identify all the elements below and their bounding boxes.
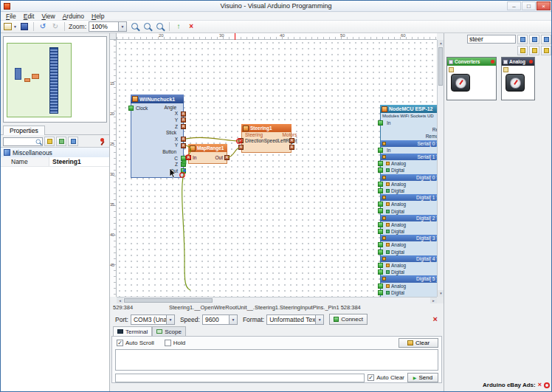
terminal-output[interactable] bbox=[115, 349, 438, 371]
upload-to-arduino-button[interactable]: ↑ bbox=[173, 21, 184, 32]
terminal-panel-tab[interactable]: Terminal bbox=[113, 326, 152, 336]
filter-button[interactable] bbox=[517, 35, 528, 44]
categorized-view-button[interactable] bbox=[68, 137, 78, 146]
highlighted-pin-marker bbox=[182, 160, 186, 164]
properties-grid: Miscellaneous Name Steering1 bbox=[1, 147, 109, 391]
scrollbar-thumb[interactable] bbox=[124, 298, 213, 303]
checkbox-checked[interactable]: ✓ bbox=[368, 374, 374, 381]
properties-search-input[interactable] bbox=[3, 137, 43, 146]
gauge-component-icon[interactable] bbox=[451, 74, 470, 92]
category-badge-icon bbox=[503, 67, 508, 72]
tab-label: Scope bbox=[165, 329, 182, 335]
port-label: Port: bbox=[115, 316, 128, 323]
undo-icon: ↺ bbox=[40, 23, 46, 30]
clear-button[interactable]: Clear bbox=[399, 338, 438, 348]
checkbox-checked[interactable]: ✓ bbox=[117, 340, 123, 346]
toolbox-category-header[interactable]: Analog bbox=[502, 58, 534, 66]
property-category-row[interactable]: Miscellaneous bbox=[1, 148, 109, 157]
properties-toolbar bbox=[1, 136, 109, 147]
toolbox-search-input[interactable] bbox=[467, 35, 516, 44]
checkbox-unchecked[interactable] bbox=[165, 340, 171, 346]
document-icon bbox=[4, 23, 12, 30]
main-toolbar: ▼ ↺ ↻ Zoom: 100% ▼ ↑ × bbox=[1, 21, 551, 33]
collapse-all-button[interactable] bbox=[56, 137, 66, 146]
close-ads-icon[interactable]: × bbox=[538, 382, 542, 388]
menu-item[interactable]: Help bbox=[88, 13, 108, 20]
wire-sticky-to-maprange-in[interactable] bbox=[186, 145, 190, 156]
zoom-in-button[interactable] bbox=[129, 21, 141, 32]
wire-stickx-to-direction[interactable] bbox=[186, 137, 239, 141]
port-combo[interactable]: COM3 (Unav ▼ bbox=[131, 314, 175, 325]
send-button[interactable]: ▶ Send bbox=[407, 373, 438, 382]
tab-properties[interactable]: Properties bbox=[3, 125, 45, 135]
toolbox-category-header[interactable]: Converters bbox=[447, 58, 496, 66]
save-button[interactable] bbox=[18, 21, 30, 32]
format-combo[interactable]: Unformatted Text ▼ bbox=[266, 314, 324, 325]
view-list-button[interactable] bbox=[529, 46, 539, 55]
menu-item[interactable]: Arduino bbox=[59, 13, 88, 20]
wires-layer bbox=[117, 40, 437, 297]
pin-dot-icon bbox=[491, 60, 494, 63]
toolbox-options-button[interactable] bbox=[541, 35, 551, 44]
toolbox-category-body bbox=[447, 66, 496, 100]
minimap-steering bbox=[32, 74, 39, 79]
send-input[interactable] bbox=[115, 374, 365, 382]
open-project-button[interactable]: ▼ bbox=[3, 21, 18, 32]
minimize-button[interactable]: – bbox=[507, 1, 521, 10]
terminal-panel: ✓ Auto Scroll Hold Clear ✓ Auto Clear bbox=[111, 336, 442, 383]
design-canvas[interactable]: WiiNunchuck1 Clock Angle X Y Z Stick X bbox=[117, 40, 437, 297]
canvas-vertical-scrollbar[interactable]: ▲ ▼ bbox=[437, 40, 444, 297]
titlebar[interactable]: Visuino - Visual Arduino Programming – □… bbox=[1, 1, 551, 12]
gauge-component-icon[interactable] bbox=[506, 74, 525, 92]
undo-button[interactable]: ↺ bbox=[37, 21, 49, 32]
menu-item[interactable]: Edit bbox=[20, 13, 38, 20]
category-name: Miscellaneous bbox=[13, 149, 52, 157]
auto-clear-checkbox[interactable]: ✓ Auto Clear bbox=[368, 374, 404, 381]
pin-panel-button[interactable] bbox=[98, 137, 107, 146]
pin-toolbox-button[interactable] bbox=[529, 35, 539, 44]
combo-arrow-icon[interactable]: ▼ bbox=[229, 315, 237, 324]
auto-scroll-checkbox[interactable]: ✓ Auto Scroll bbox=[117, 340, 154, 346]
maximize-button[interactable]: □ bbox=[522, 1, 536, 10]
property-value[interactable]: Steering1 bbox=[49, 157, 109, 166]
ads-target-icon[interactable] bbox=[544, 382, 550, 388]
magnifier-icon bbox=[131, 22, 140, 32]
menu-item[interactable]: View bbox=[38, 13, 58, 20]
property-name: Name bbox=[1, 157, 49, 166]
toolbox-category[interactable]: Converters bbox=[446, 57, 497, 100]
property-row[interactable]: Name Steering1 bbox=[1, 157, 109, 167]
scrollbar-thumb[interactable] bbox=[438, 47, 443, 86]
toolbar-separator bbox=[169, 22, 170, 31]
minimap-nodemcu bbox=[49, 47, 58, 114]
canvas-horizontal-scrollbar[interactable]: ◄ ► bbox=[117, 297, 437, 303]
expand-all-button[interactable] bbox=[44, 137, 55, 146]
wire-maprange-out-to-speed[interactable] bbox=[228, 148, 239, 157]
menu-item[interactable]: File bbox=[2, 13, 20, 20]
ruler-tick-label: 15 bbox=[110, 81, 114, 86]
disconnect-icon[interactable]: × bbox=[433, 315, 438, 323]
redo-button[interactable]: ↻ bbox=[49, 21, 61, 32]
delete-button[interactable]: × bbox=[185, 21, 197, 32]
terminal-panel-tab[interactable]: Scope bbox=[152, 326, 186, 336]
combo-arrow-icon[interactable]: ▼ bbox=[315, 315, 323, 324]
connect-button[interactable]: Connect bbox=[329, 314, 368, 325]
view-categories-button[interactable] bbox=[541, 46, 551, 55]
clear-label: Clear bbox=[415, 340, 429, 346]
wire-drag-in-progress[interactable] bbox=[182, 171, 190, 290]
close-button[interactable]: × bbox=[537, 1, 551, 10]
view-large-icons-button[interactable] bbox=[517, 46, 528, 55]
combo-arrow-icon[interactable]: ▼ bbox=[166, 315, 174, 324]
zoom-combo[interactable]: 100% ▼ bbox=[89, 21, 127, 32]
horizontal-ruler: 2030405060 bbox=[117, 33, 437, 40]
zoom-out-button[interactable] bbox=[142, 21, 153, 32]
design-minimap[interactable] bbox=[3, 36, 107, 123]
minimap-wiinunchuck bbox=[15, 68, 21, 80]
zoom-fit-button[interactable] bbox=[154, 21, 166, 32]
minimap-viewport[interactable] bbox=[7, 43, 72, 117]
selected-pin-dot bbox=[183, 169, 186, 172]
hold-checkbox[interactable]: Hold bbox=[165, 340, 185, 346]
toolbox-category[interactable]: Analog bbox=[501, 57, 535, 100]
combo-arrow-icon[interactable]: ▼ bbox=[118, 22, 126, 31]
speed-combo[interactable]: 9600 ▼ bbox=[202, 314, 238, 325]
terminal-options-row: ✓ Auto Scroll Hold Clear bbox=[117, 338, 438, 348]
